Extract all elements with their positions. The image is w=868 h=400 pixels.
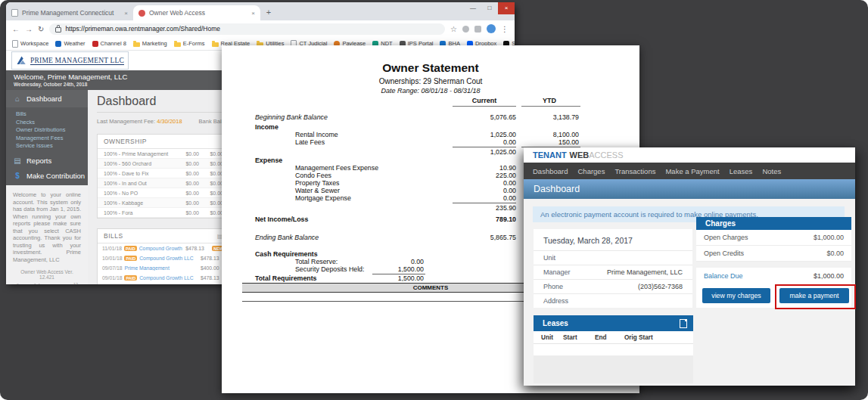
page-icon: [12, 40, 18, 48]
nav-item-notes[interactable]: Notes: [762, 167, 781, 175]
balance-due-label: Balance Due: [704, 272, 743, 280]
minimize-button[interactable]: —: [465, 2, 481, 14]
bill-date: 09/07/18: [102, 265, 122, 271]
bill-date: 11/01/18: [102, 246, 122, 251]
ownership-row[interactable]: 100% - Prime Management$0.00$0.00: [98, 149, 229, 159]
bill-row[interactable]: 09/01/18PAIDCompound Growth LLC$478.13: [98, 273, 229, 283]
forward-icon[interactable]: →: [25, 25, 33, 33]
charges-rows: Open Charges $1,000.00 Open Credits $0.0…: [696, 230, 851, 262]
brand-access: ACCESS: [589, 150, 623, 160]
sidebar-item-reports[interactable]: ▤ Reports: [6, 153, 88, 169]
ownership-row[interactable]: 100% - Kabbage$0.00$0.00: [98, 198, 229, 208]
section-label: Cash Requirements: [255, 250, 318, 258]
column-header-ytd: YTD: [520, 97, 579, 104]
sidebar-item-bills[interactable]: Bills: [16, 110, 88, 119]
browser-toolbar: ← → ↻ https://primeman.owa.rentmanager.c…: [6, 20, 515, 37]
sidebar-item-checks[interactable]: Checks: [16, 119, 88, 127]
bookmark-channel8[interactable]: Channel 8: [92, 40, 126, 47]
balance-due-row: Balance Due $1,000.00: [696, 268, 851, 280]
row-value: $1,000.00: [814, 234, 844, 241]
bookmark-weather[interactable]: Weather: [55, 40, 85, 47]
bill-row[interactable]: 09/07/18Prime Management$400.00: [98, 263, 229, 273]
tab-close-icon[interactable]: ×: [124, 10, 128, 17]
column-end: End: [595, 334, 624, 341]
ownership-name: 100% - Kabbage: [104, 200, 172, 206]
current-value: 5,076.65: [453, 113, 516, 121]
back-icon[interactable]: ←: [12, 25, 20, 33]
ownership-row[interactable]: 100% - No PO$0.00$0.00: [98, 188, 229, 198]
tenant-info-card: Tuesday, March 28, 2017 Unit Manager Pri…: [534, 229, 692, 308]
sidebar-item-dashboard[interactable]: ⌂ Dashboard: [6, 90, 88, 107]
ownership-row[interactable]: 100% - Dave to Fix$0.00$0.00: [98, 169, 229, 178]
brand-name: Rent Manager: [42, 284, 73, 284]
ownership-name: 100% - In and Out: [104, 181, 172, 186]
extension-icon[interactable]: [462, 26, 469, 33]
sidebar-item-management-fees[interactable]: Management Fees: [16, 135, 88, 143]
bookmark-eforms[interactable]: E-Forms: [174, 40, 205, 47]
address-bar[interactable]: https://primeman.owa.rentmanager.com/Sha…: [49, 23, 445, 35]
current-value: 225.00: [453, 172, 516, 179]
bill-payee-link[interactable]: Compound Growth LLC: [139, 246, 183, 251]
browser-tab-prime-management[interactable]: Prime Management Connecticut ×: [6, 5, 133, 20]
ownership-amount: $0.00: [172, 200, 199, 206]
subtotal-rule: [453, 203, 516, 203]
new-tab-button[interactable]: +: [260, 4, 277, 20]
leases-header: Leases: [534, 315, 693, 331]
column-start: Start: [563, 334, 595, 341]
bookmark-star-icon[interactable]: ☆: [450, 25, 457, 33]
bill-date: 09/01/18: [102, 275, 122, 281]
sidebar-item-label: Make Contribution: [26, 172, 85, 180]
sidebar-item-owner-distributions[interactable]: Owner Distributions: [16, 126, 88, 135]
ownership-amount: $0.00: [199, 191, 223, 196]
card-title: OWNERSHIP: [104, 138, 147, 145]
ownership-amount: $0.00: [172, 191, 199, 196]
bookmark-marketing[interactable]: Marketing: [133, 40, 167, 47]
bill-row[interactable]: 10/01/18PAIDCompound Growth LLC$478.13: [98, 253, 229, 263]
ownership-row[interactable]: 100% - 560 Orchard$0.00$0.00: [98, 159, 229, 169]
bill-row[interactable]: 09/01/18PAIDCompound Growth LLC$478.13: [98, 283, 229, 284]
sidebar-item-label: Dashboard: [26, 95, 61, 103]
folder-icon: [212, 42, 219, 47]
row-label: Management Fees Expense: [295, 164, 378, 172]
browser-tab-owner-web-access[interactable]: Owner Web Access ×: [133, 5, 260, 20]
refresh-icon[interactable]: ↻: [38, 25, 44, 33]
sidebar-item-make-contribution[interactable]: $ Make Contribution: [6, 169, 88, 184]
current-value: 10.90: [453, 164, 516, 172]
row-label: Net Income/Loss: [255, 216, 308, 223]
document-icon[interactable]: [680, 319, 687, 328]
nav-item-dashboard[interactable]: Dashboard: [533, 167, 568, 175]
info-label: Address: [543, 297, 568, 305]
bill-payee-link[interactable]: Compound Growth LLC: [139, 275, 198, 281]
profile-avatar[interactable]: [487, 24, 496, 33]
url-text[interactable]: https://primeman.owa.rentmanager.com/Sha…: [65, 25, 220, 33]
ownership-row[interactable]: 100% - In and Out$0.00$0.00: [98, 178, 229, 188]
column-unit: Unit: [541, 334, 563, 341]
bookmark-workspace[interactable]: Workspace: [12, 40, 48, 48]
browser-menu-icon[interactable]: ⋮: [501, 25, 509, 33]
nav-item-leases[interactable]: Leases: [730, 167, 753, 175]
nav-item-make-a-payment[interactable]: Make a Payment: [665, 167, 719, 175]
extension-icon[interactable]: [474, 26, 481, 33]
close-button[interactable]: ×: [498, 2, 515, 14]
bills-header: BILLS▤: [98, 229, 229, 243]
nav-item-charges[interactable]: Charges: [577, 167, 605, 175]
paid-badge: PAID: [124, 246, 137, 251]
row-label: Condo Fees: [295, 172, 331, 179]
bill-row[interactable]: 11/01/18PAIDCompound Growth LLC$478.13NE…: [98, 243, 229, 253]
tab-close-icon[interactable]: ×: [251, 10, 255, 17]
leases-column-headers: Unit Start End Orig Start: [534, 331, 693, 344]
nav-item-transactions[interactable]: Transactions: [614, 167, 655, 175]
maximize-button[interactable]: □: [481, 2, 498, 14]
bill-payee-link[interactable]: Compound Growth LLC: [139, 256, 198, 261]
cash-value: 0.00: [363, 258, 424, 265]
ownership-amount: $0.00: [172, 210, 199, 216]
bill-payee-link[interactable]: Prime Management: [124, 265, 198, 271]
tenant-brand: TENANT WEB ACCESS: [524, 147, 855, 163]
ownership-amount: $0.00: [199, 151, 223, 157]
view-my-charges-button[interactable]: view my charges: [702, 288, 770, 303]
sidebar-item-service-issues[interactable]: Service Issues: [16, 142, 88, 150]
row-label: Rental Income: [295, 131, 338, 138]
ownership-row[interactable]: 100% - Fora$0.00$0.00: [98, 208, 229, 218]
info-value: (203)562-7368: [638, 283, 683, 290]
bill-date: 10/01/18: [102, 256, 122, 261]
